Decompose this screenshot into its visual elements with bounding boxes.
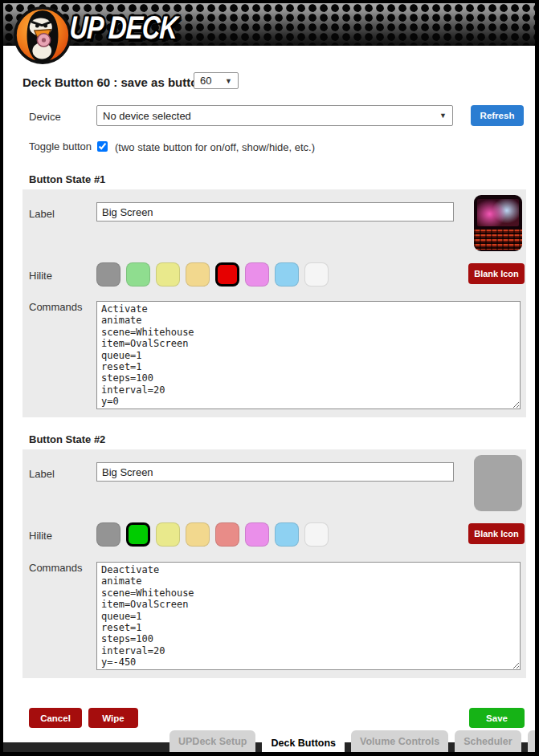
page-body: UP DECK UPDeck Setup Deck Buttons Volume… (3, 3, 535, 752)
state2-hilite-caption: Hilite (29, 530, 52, 542)
button-number-value: 60 (200, 75, 211, 87)
tab-bar: UPDeck Setup Deck Buttons Volume Control… (169, 730, 535, 752)
hilite-swatch-yellow[interactable] (156, 262, 180, 287)
hilite-swatch-blue[interactable] (275, 522, 299, 547)
hilite-swatch-green-selected[interactable] (126, 522, 150, 547)
hilite-swatch-blue[interactable] (275, 262, 299, 287)
tab-package[interactable]: Package (528, 730, 535, 752)
hilite-swatch-gray[interactable] (96, 262, 120, 287)
tab-scheduler[interactable]: Scheduler (455, 730, 521, 752)
hilite-swatch-white[interactable] (304, 522, 329, 547)
toggle-button-label: Toggle button (29, 140, 92, 152)
hilite-swatch-tan[interactable] (186, 522, 210, 547)
hilite-swatch-tan[interactable] (186, 262, 210, 287)
button-number-select[interactable]: 60 ▼ (194, 72, 239, 89)
cancel-button[interactable]: Cancel (29, 708, 82, 728)
state2-hilite-swatches (96, 522, 329, 547)
logo-wordmark: UP DECK (69, 10, 178, 46)
hilite-swatch-violet[interactable] (245, 262, 269, 287)
select-arrow-icon: ▼ (439, 112, 447, 120)
state1-hilite-caption: Hilite (29, 270, 52, 282)
tab-updeck-setup[interactable]: UPDeck Setup (169, 730, 255, 752)
device-select-value: No device selected (103, 110, 191, 122)
toggle-button-checkbox[interactable] (97, 141, 108, 152)
state2-commands-textarea[interactable]: Deactivate animate scene=Whitehouse item… (96, 562, 521, 670)
hilite-swatch-red-selected[interactable] (215, 262, 239, 287)
state2-commands-caption: Commands (29, 562, 82, 574)
state2-button-icon-image[interactable] (474, 455, 522, 511)
state1-commands-caption: Commands (29, 301, 82, 313)
theater-screen-glow (477, 199, 519, 226)
hilite-swatch-red[interactable] (215, 522, 239, 547)
state2-label-input[interactable] (96, 462, 454, 482)
hilite-swatch-violet[interactable] (245, 522, 269, 547)
state1-hilite-swatches (96, 262, 329, 287)
state2-blank-icon-button[interactable]: Blank Icon (468, 523, 525, 544)
state1-blank-icon-button[interactable]: Blank Icon (468, 263, 525, 284)
tab-volume-controls[interactable]: Volume Controls (351, 730, 448, 752)
device-label: Device (29, 111, 61, 123)
state1-label-input[interactable] (96, 202, 454, 222)
penguin-logo-icon (13, 6, 72, 65)
state1-button-icon-image[interactable] (474, 195, 522, 251)
wipe-button[interactable]: Wipe (88, 708, 138, 728)
tab-deck-buttons[interactable]: Deck Buttons (262, 730, 345, 752)
toggle-hint-text: (two state button for on/off, show/hide,… (115, 141, 315, 153)
theater-seats (474, 230, 522, 250)
state2-heading: Button State #2 (29, 433, 105, 445)
state2-label-caption: Label (29, 468, 55, 480)
refresh-button[interactable]: Refresh (471, 105, 524, 126)
state1-label-caption: Label (29, 208, 55, 220)
app-window: UP DECK UPDeck Setup Deck Buttons Volume… (0, 0, 539, 756)
save-button[interactable]: Save (469, 708, 525, 728)
hilite-swatch-green[interactable] (126, 262, 150, 287)
select-arrow-icon: ▼ (225, 77, 232, 85)
device-select[interactable]: No device selected ▼ (96, 105, 453, 126)
hilite-swatch-yellow[interactable] (156, 522, 180, 547)
state1-commands-textarea[interactable]: Activate animate scene=Whitehouse item=O… (96, 301, 521, 409)
page-title: Deck Button 60 : save as button (22, 75, 206, 89)
hilite-swatch-gray[interactable] (96, 522, 120, 547)
hilite-swatch-white[interactable] (304, 262, 329, 287)
state1-heading: Button State #1 (29, 173, 105, 185)
